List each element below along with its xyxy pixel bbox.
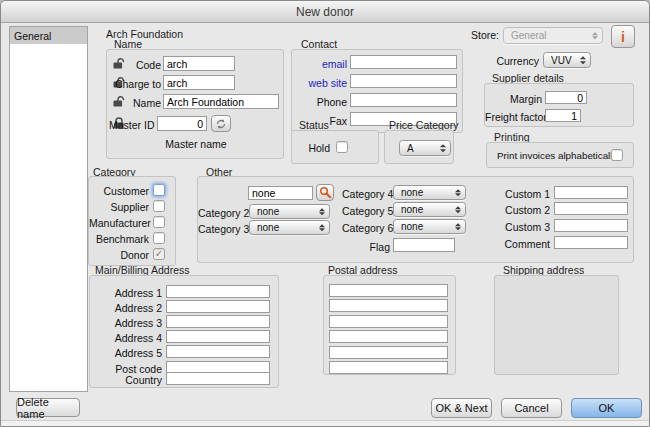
dropdown-arrows-icon <box>440 144 446 152</box>
address3-input[interactable] <box>166 315 270 328</box>
sidebar-list: General <box>9 26 88 392</box>
customer-checkbox[interactable] <box>153 184 165 196</box>
cancel-button[interactable]: Cancel <box>501 398 562 418</box>
store-select: General <box>503 27 603 44</box>
charge-to-label: Charge to <box>113 78 161 90</box>
postal-line4-input[interactable] <box>329 330 448 343</box>
print-alpha-checkbox[interactable] <box>611 149 623 161</box>
category1-lookup-button[interactable] <box>316 184 334 201</box>
web-site-link-label[interactable]: web site <box>297 77 347 89</box>
web-site-input[interactable] <box>350 74 457 88</box>
status-group-box: Hold <box>291 130 379 164</box>
postal-line2-input[interactable] <box>329 299 448 312</box>
unlock-icon[interactable] <box>113 57 127 69</box>
freight-factor-input[interactable] <box>545 109 581 122</box>
address2-label: Address 2 <box>90 302 162 314</box>
magnifier-icon <box>319 186 332 199</box>
phone-input[interactable] <box>350 93 457 107</box>
print-alpha-label: Print invoices alphabetically <box>497 150 605 161</box>
address4-input[interactable] <box>166 330 270 343</box>
printing-group-box: Print invoices alphabetically <box>486 142 634 168</box>
dropdown-arrows-icon <box>319 224 325 232</box>
window-title: New donor <box>296 5 354 19</box>
custom3-input[interactable] <box>554 219 628 232</box>
margin-input[interactable] <box>545 91 587 104</box>
delete-name-button[interactable]: Delete name <box>16 398 80 417</box>
dropdown-arrows-icon <box>580 56 586 64</box>
postal-line6-input[interactable] <box>329 361 448 374</box>
billing-group-box: Address 1 Address 2 Address 3 Address 4 … <box>89 275 279 388</box>
category4-label: Category 4 <box>342 188 390 200</box>
customer-label: Customer <box>89 185 149 197</box>
info-icon: i <box>621 29 625 45</box>
supplier-details-group-box: Margin Freight factor <box>484 83 634 127</box>
postal-line1-input[interactable] <box>329 284 448 297</box>
comment-label: Comment <box>496 238 550 250</box>
address2-input[interactable] <box>166 300 270 313</box>
benchmark-checkbox[interactable] <box>153 232 165 244</box>
category3-label: Category 3 <box>198 223 246 235</box>
hold-label: Hold <box>300 142 330 154</box>
category2-select[interactable]: none <box>249 204 330 219</box>
name-input[interactable] <box>163 94 279 109</box>
category6-select[interactable]: none <box>393 219 466 234</box>
custom2-input[interactable] <box>554 202 628 215</box>
info-button[interactable]: i <box>611 25 635 48</box>
custom1-input[interactable] <box>554 186 628 199</box>
address4-label: Address 4 <box>90 332 162 344</box>
address3-label: Address 3 <box>90 317 162 329</box>
dropdown-arrows-icon <box>455 206 461 214</box>
custom2-label: Custom 2 <box>498 204 550 216</box>
flag-label: Flag <box>342 241 390 253</box>
unlock-icon[interactable] <box>113 95 127 107</box>
currency-select[interactable]: VUV <box>543 52 591 68</box>
dropdown-arrows-icon <box>592 32 598 40</box>
dropdown-arrows-icon <box>319 208 325 216</box>
title-bar[interactable]: New donor <box>1 1 649 23</box>
dropdown-arrows-icon <box>455 189 461 197</box>
custom1-label: Custom 1 <box>498 188 550 200</box>
refresh-master-id-button[interactable] <box>211 115 231 132</box>
ok-next-button[interactable]: OK & Next <box>431 398 492 418</box>
postal-line3-input[interactable] <box>329 315 448 328</box>
flag-input[interactable] <box>393 238 455 252</box>
address1-label: Address 1 <box>90 287 162 299</box>
email-link-label[interactable]: email <box>297 58 347 70</box>
code-input[interactable] <box>163 56 235 71</box>
comment-input[interactable] <box>554 236 628 249</box>
freight-factor-label: Freight factor <box>485 111 542 123</box>
hold-checkbox[interactable] <box>336 141 348 153</box>
address5-input[interactable] <box>166 345 270 358</box>
name-label: Name <box>127 97 161 109</box>
other-group-box: Category 2 none Category 3 none Category… <box>197 176 634 263</box>
code-label: Code <box>127 59 161 71</box>
charge-to-input[interactable] <box>163 75 235 90</box>
donor-checkbox[interactable]: ✓ <box>153 248 165 260</box>
address5-label: Address 5 <box>90 347 162 359</box>
custom3-label: Custom 3 <box>498 221 550 233</box>
address1-input[interactable] <box>166 285 270 298</box>
ok-button[interactable]: OK <box>571 398 642 418</box>
category1-search-input[interactable] <box>248 186 313 200</box>
category6-label: Category 6 <box>342 222 390 234</box>
supplier-checkbox[interactable] <box>153 200 165 212</box>
price-category-select[interactable]: A <box>399 140 451 156</box>
master-id-input[interactable] <box>157 116 207 131</box>
category2-label: Category 2 <box>198 207 246 219</box>
sidebar-item-label: General <box>14 30 51 42</box>
manufacturer-checkbox[interactable] <box>153 216 165 228</box>
country-label: Country <box>90 374 162 386</box>
category5-label: Category 5 <box>342 205 390 217</box>
email-input[interactable] <box>350 55 457 69</box>
category4-select[interactable]: none <box>393 185 466 200</box>
price-category-group-box: A <box>384 130 454 164</box>
phone-label: Phone <box>297 96 347 108</box>
sidebar-item-general[interactable]: General <box>10 27 87 44</box>
category3-select[interactable]: none <box>249 220 330 235</box>
country-input[interactable] <box>166 372 270 385</box>
currency-label: Currency <box>495 55 539 67</box>
manufacturer-label: Manufacturer <box>89 217 149 229</box>
category5-select[interactable]: none <box>393 202 466 217</box>
postal-line5-input[interactable] <box>329 346 448 359</box>
shipping-group-box <box>494 275 619 375</box>
